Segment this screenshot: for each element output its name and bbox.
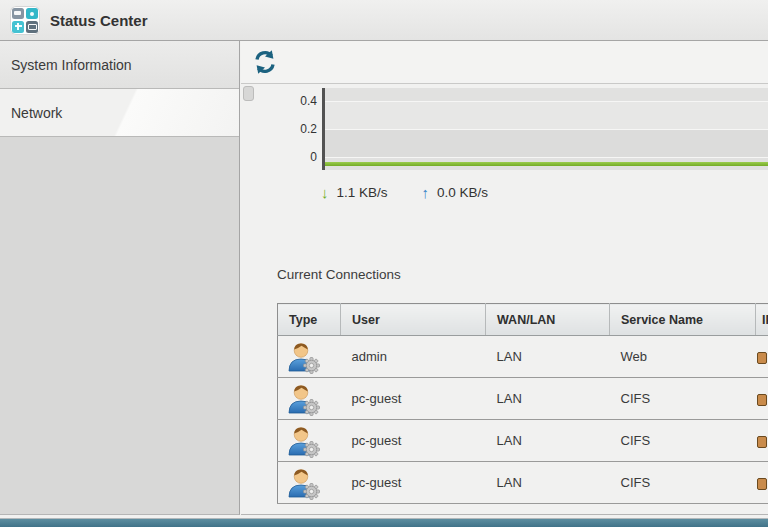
column-header-service-name[interactable]: Service Name xyxy=(610,304,756,336)
type-cell xyxy=(278,336,341,378)
clipped-cell-content-fragment xyxy=(757,436,767,448)
service-name-cell: CIFS xyxy=(610,420,756,462)
sidebar-item-label: System Information xyxy=(11,57,132,73)
y-axis-tick-label: 0.4 xyxy=(281,94,317,108)
service-name-cell: Web xyxy=(610,336,756,378)
service-name-cell: CIFS xyxy=(610,462,756,504)
window-title: Status Center xyxy=(50,12,148,29)
panel-splitter-handle[interactable] xyxy=(243,86,254,101)
y-axis-tick-label: 0.2 xyxy=(281,122,317,136)
service-name-cell: CIFS xyxy=(610,378,756,420)
connections-table: TypeUserWAN/LANService NameIP xyxy=(277,303,768,504)
window-bottom-bar xyxy=(0,518,768,527)
user-with-gear-icon xyxy=(286,340,320,374)
refresh-button[interactable] xyxy=(251,49,279,77)
type-cell xyxy=(278,462,341,504)
app-tile-icon xyxy=(12,8,24,20)
upload-rate-value: 0.0 KB/s xyxy=(437,185,488,200)
sidebar-items: System Information Network xyxy=(0,41,239,137)
status-center-window: Status Center System Information Network xyxy=(0,0,768,527)
wan-lan-cell: LAN xyxy=(486,378,610,420)
clipped-cell-content-fragment xyxy=(757,394,767,406)
ip-cell xyxy=(756,378,768,420)
download-rate-value: 1.1 KB/s xyxy=(337,185,388,200)
connection-row[interactable]: admin LAN Web xyxy=(278,336,768,378)
download-series-line xyxy=(325,162,768,166)
user-with-gear-icon xyxy=(286,466,320,500)
column-header-ip[interactable]: IP xyxy=(756,304,768,336)
connections-table-wrap: TypeUserWAN/LANService NameIP xyxy=(277,303,768,504)
network-panel: 0.40.20 ↓ 1.1 KB/s ↑ 0.0 KB/s Current Co… xyxy=(241,41,768,515)
connections-table-body: admin LAN Web xyxy=(278,336,768,504)
transfer-rate-stats: ↓ 1.1 KB/s ↑ 0.0 KB/s xyxy=(321,181,488,203)
download-arrow-icon: ↓ xyxy=(321,185,329,200)
connections-header-row: TypeUserWAN/LANService NameIP xyxy=(278,304,768,336)
wan-lan-cell: LAN xyxy=(486,462,610,504)
type-cell xyxy=(278,420,341,462)
status-center-app-icon xyxy=(10,6,40,35)
connection-row[interactable]: pc-guest LAN CIFS xyxy=(278,420,768,462)
type-cell xyxy=(278,378,341,420)
user-with-gear-icon xyxy=(286,382,320,416)
column-header-type[interactable]: Type xyxy=(278,304,341,336)
connection-row[interactable]: pc-guest LAN CIFS xyxy=(278,378,768,420)
upload-arrow-icon: ↑ xyxy=(422,185,430,200)
user-cell: pc-guest xyxy=(341,462,486,504)
wan-lan-cell: LAN xyxy=(486,420,610,462)
ip-cell xyxy=(756,420,768,462)
sidebar: System Information Network xyxy=(0,41,240,515)
user-cell: pc-guest xyxy=(341,378,486,420)
clipped-cell-content-fragment xyxy=(757,352,767,364)
ip-cell xyxy=(756,336,768,378)
clipped-cell-content-fragment xyxy=(757,478,767,490)
window-titlebar: Status Center xyxy=(0,0,768,41)
monitor-tile-icon xyxy=(26,21,38,33)
user-cell: pc-guest xyxy=(341,420,486,462)
column-header-wan-lan[interactable]: WAN/LAN xyxy=(486,304,610,336)
column-header-user[interactable]: User xyxy=(341,304,486,336)
user-with-gear-icon xyxy=(286,424,320,458)
refresh-icon xyxy=(252,49,278,75)
user-cell: admin xyxy=(341,336,486,378)
sidebar-item-label: Network xyxy=(11,105,62,121)
current-connections-heading: Current Connections xyxy=(277,267,401,282)
network-traffic-chart xyxy=(322,88,768,170)
y-axis-tick-label: 0 xyxy=(281,150,317,164)
sidebar-item-system-information[interactable]: System Information xyxy=(0,41,239,89)
wifi-tile-icon xyxy=(26,8,38,20)
wan-lan-cell: LAN xyxy=(486,336,610,378)
connection-row[interactable]: pc-guest LAN CIFS xyxy=(278,462,768,504)
sidebar-item-network[interactable]: Network xyxy=(0,89,239,137)
ip-cell xyxy=(756,462,768,504)
plus-tile-icon xyxy=(12,21,24,33)
toolbar xyxy=(241,41,768,84)
